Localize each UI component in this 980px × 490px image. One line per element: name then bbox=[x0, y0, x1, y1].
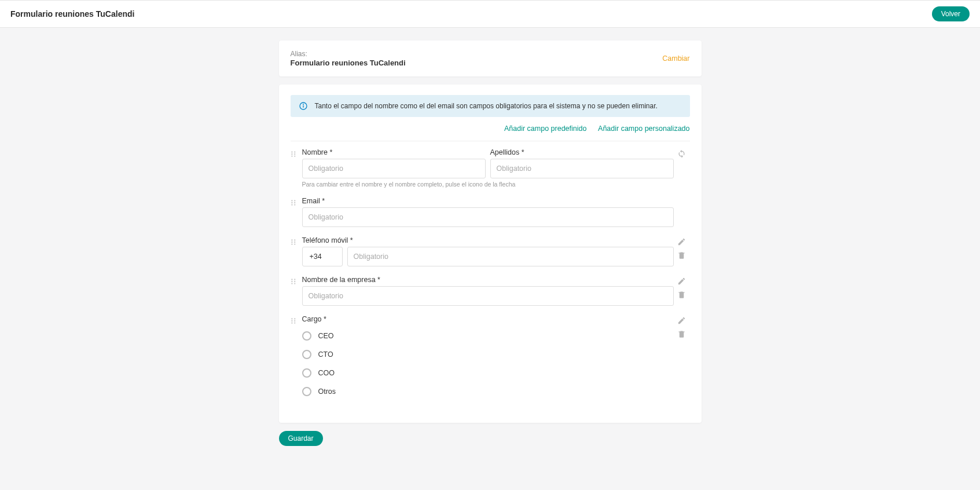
surname-label: Apellidos * bbox=[490, 148, 674, 156]
edit-icon[interactable] bbox=[677, 316, 686, 325]
drag-handle[interactable] bbox=[291, 315, 299, 326]
svg-point-16 bbox=[294, 239, 295, 240]
svg-point-2 bbox=[303, 104, 303, 105]
radio-label: COO bbox=[318, 369, 335, 377]
svg-point-15 bbox=[291, 239, 292, 240]
company-label: Nombre de la empresa * bbox=[302, 276, 674, 284]
svg-point-27 bbox=[291, 318, 292, 319]
back-button[interactable]: Volver bbox=[932, 6, 970, 21]
svg-point-18 bbox=[294, 242, 295, 243]
drag-handle[interactable] bbox=[291, 148, 299, 159]
svg-point-28 bbox=[294, 318, 295, 319]
radio-label: Otros bbox=[318, 387, 336, 396]
svg-point-31 bbox=[291, 322, 292, 323]
drag-handle[interactable] bbox=[291, 197, 299, 208]
drag-handle[interactable] bbox=[291, 276, 299, 287]
email-label: Email * bbox=[302, 197, 674, 205]
add-custom-link[interactable]: Añadir campo personalizado bbox=[598, 125, 689, 133]
field-name: Nombre * Apellidos * Para cambiar entre … bbox=[291, 144, 690, 192]
radio-icon bbox=[302, 387, 311, 396]
save-button[interactable]: Guardar bbox=[279, 431, 323, 446]
company-input[interactable] bbox=[302, 286, 674, 306]
phone-prefix[interactable]: +34 bbox=[302, 247, 343, 266]
svg-point-29 bbox=[291, 320, 292, 321]
phone-input[interactable] bbox=[347, 247, 674, 266]
svg-point-20 bbox=[294, 243, 295, 244]
alias-label: Alias: bbox=[291, 50, 406, 58]
radio-icon bbox=[302, 350, 311, 359]
svg-point-24 bbox=[294, 281, 295, 282]
info-banner: Tanto el campo del nombre como el del em… bbox=[291, 95, 690, 117]
svg-point-22 bbox=[294, 279, 295, 280]
drag-icon bbox=[291, 278, 298, 285]
radio-option[interactable]: Otros bbox=[302, 382, 674, 401]
info-icon bbox=[299, 101, 308, 111]
radio-icon bbox=[302, 368, 311, 378]
add-predefined-link[interactable]: Añadir campo predefinido bbox=[504, 125, 586, 133]
add-links: Añadir campo predefinido Añadir campo pe… bbox=[291, 117, 690, 140]
radio-icon bbox=[302, 331, 311, 341]
delete-icon[interactable] bbox=[677, 251, 686, 259]
page-title: Formulario reuniones TuCalendi bbox=[10, 9, 134, 19]
svg-point-9 bbox=[291, 200, 292, 201]
drag-icon bbox=[291, 199, 298, 206]
svg-point-19 bbox=[291, 243, 292, 244]
radio-option[interactable]: CEO bbox=[302, 327, 674, 345]
delete-icon[interactable] bbox=[677, 290, 686, 299]
svg-point-25 bbox=[291, 283, 292, 284]
svg-point-32 bbox=[294, 322, 295, 323]
radio-label: CTO bbox=[318, 350, 333, 359]
svg-point-7 bbox=[291, 155, 292, 156]
radio-option[interactable]: CTO bbox=[302, 345, 674, 364]
change-alias-link[interactable]: Cambiar bbox=[662, 54, 689, 63]
alias-value: Formulario reuniones TuCalendi bbox=[291, 58, 406, 67]
svg-point-30 bbox=[294, 320, 295, 321]
surname-input[interactable] bbox=[490, 159, 674, 178]
form-card: Tanto el campo del nombre como el del em… bbox=[279, 85, 702, 423]
svg-point-3 bbox=[291, 151, 292, 152]
email-input[interactable] bbox=[302, 207, 674, 227]
svg-point-23 bbox=[291, 281, 292, 282]
svg-point-12 bbox=[294, 202, 295, 203]
name-hint: Para cambiar entre el nombre y el nombre… bbox=[302, 181, 674, 188]
name-label: Nombre * bbox=[302, 148, 486, 156]
delete-icon[interactable] bbox=[677, 330, 686, 338]
swap-icon[interactable] bbox=[677, 149, 686, 158]
divider bbox=[291, 141, 690, 141]
drag-icon bbox=[291, 151, 298, 158]
svg-point-13 bbox=[291, 204, 292, 205]
svg-point-17 bbox=[291, 242, 292, 243]
svg-point-26 bbox=[294, 283, 295, 284]
svg-point-6 bbox=[294, 153, 295, 155]
name-input[interactable] bbox=[302, 159, 486, 178]
edit-icon[interactable] bbox=[677, 237, 686, 246]
svg-point-4 bbox=[294, 151, 295, 152]
svg-point-8 bbox=[294, 155, 295, 156]
svg-point-11 bbox=[291, 202, 292, 203]
radio-option[interactable]: COO bbox=[302, 364, 674, 382]
role-label: Cargo * bbox=[302, 315, 674, 323]
field-company: Nombre de la empresa * bbox=[291, 271, 690, 310]
edit-icon[interactable] bbox=[677, 277, 686, 286]
svg-point-21 bbox=[291, 279, 292, 280]
top-bar: Formulario reuniones TuCalendi Volver bbox=[0, 0, 980, 28]
info-text: Tanto el campo del nombre como el del em… bbox=[315, 102, 658, 110]
drag-icon bbox=[291, 239, 298, 246]
field-email: Email * bbox=[291, 192, 690, 232]
radio-label: CEO bbox=[318, 332, 334, 340]
svg-point-10 bbox=[294, 200, 295, 201]
svg-point-14 bbox=[294, 204, 295, 205]
field-phone: Teléfono móvil * +34 bbox=[291, 232, 690, 271]
field-role: Cargo * CEO CTO COO bbox=[291, 310, 690, 405]
phone-label: Teléfono móvil * bbox=[302, 236, 674, 244]
alias-card: Alias: Formulario reuniones TuCalendi Ca… bbox=[279, 41, 702, 76]
drag-icon bbox=[291, 317, 298, 324]
drag-handle[interactable] bbox=[291, 236, 299, 247]
svg-point-5 bbox=[291, 153, 292, 155]
